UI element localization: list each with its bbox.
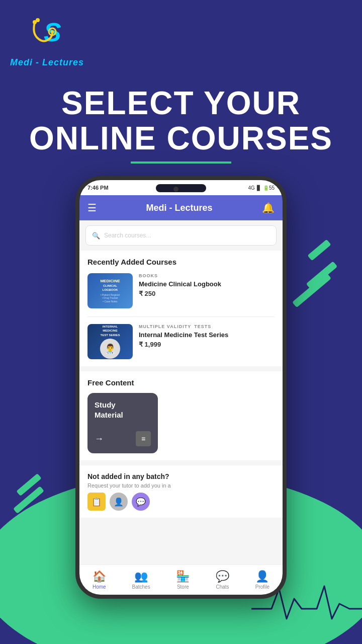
course-info-1: BOOKS Medicine Clinical Logbook ₹ 250 <box>139 273 275 297</box>
course-tag-validity: MULTIPLE VALIDITY <box>139 324 191 329</box>
phone-mockup: 7:46 PM 4G ▊ 🔋55 ☰ Medi - Lectures 🔔 🔍 S… <box>75 176 287 599</box>
free-content-title: Free Content <box>87 378 275 387</box>
batch-title: Not added in any batch? <box>87 472 275 480</box>
notch-camera <box>173 187 178 192</box>
logo-text: Medi - Lectures <box>10 57 84 68</box>
phone-content: 🔍 Search courses... Recently Added Cours… <box>79 220 283 573</box>
headline-text: SELECT YOUR ONLINE COURSES <box>0 86 362 156</box>
headline-underline <box>131 162 231 164</box>
home-label: Home <box>93 584 106 590</box>
bell-icon[interactable]: 🔔 <box>262 202 275 214</box>
batches-label: Batches <box>132 584 150 590</box>
recently-added-title: Recently Added Courses <box>87 258 275 266</box>
course-price-1: ₹ 250 <box>139 290 275 297</box>
notch <box>156 184 206 192</box>
chats-label: Chats <box>216 584 229 590</box>
bottom-nav: 🏠 Home 👥 Batches 🏪 Store 💬 Chats 👤 Profi… <box>79 565 283 595</box>
course-price-2: ₹ 1,999 <box>139 341 275 348</box>
course-info-2: MULTIPLE VALIDITY TESTS Internal Medicin… <box>139 324 275 348</box>
svg-point-5 <box>36 18 40 22</box>
nav-item-batches[interactable]: 👥 Batches <box>132 570 150 590</box>
search-icon: 🔍 <box>92 232 100 239</box>
hamburger-icon[interactable]: ☰ <box>87 202 97 214</box>
headline: SELECT YOUR ONLINE COURSES <box>0 86 362 164</box>
home-icon: 🏠 <box>93 570 106 583</box>
study-material-card[interactable]: StudyMaterial → ≡ <box>87 393 158 453</box>
study-material-bottom: → ≡ <box>95 431 151 446</box>
store-label: Store <box>177 584 189 590</box>
status-icons: 4G ▊ 🔋55 <box>248 185 275 191</box>
status-time: 7:46 PM <box>87 185 109 191</box>
svg-point-3 <box>51 30 54 33</box>
logo-area: S Medi - Lectures <box>10 10 84 68</box>
signal-icon: 4G <box>248 185 255 191</box>
batches-icon: 👥 <box>134 570 148 583</box>
search-bar[interactable]: 🔍 Search courses... <box>85 225 277 246</box>
course-tag-books: BOOKS <box>139 273 158 278</box>
store-icon: 🏪 <box>176 570 190 583</box>
batch-icon-1: 📋 <box>87 493 106 511</box>
recently-added-section: Recently Added Courses MEDICINE CLINICAL… <box>79 251 283 366</box>
status-bar: 7:46 PM 4G ▊ 🔋55 <box>79 180 283 195</box>
course-name-2: Internal Medicine Test Series <box>139 331 275 339</box>
battery-icon: 🔋55 <box>263 185 275 191</box>
batch-icon-3: 💬 <box>132 493 150 511</box>
wifi-icon: ▊ <box>257 185 261 191</box>
nav-item-home[interactable]: 🏠 Home <box>93 570 106 590</box>
batch-subtitle: Request your tutor to add you in a <box>87 482 275 489</box>
chats-icon: 💬 <box>216 570 229 583</box>
course-name-1: Medicine Clinical Logbook <box>139 280 275 288</box>
file-icon: ≡ <box>136 431 151 446</box>
app-bar-title: Medi - Lectures <box>146 203 212 213</box>
free-content-section: Free Content StudyMaterial → ≡ <box>79 371 283 460</box>
profile-label: Profile <box>255 584 269 590</box>
search-placeholder: Search courses... <box>104 232 151 239</box>
batch-icon-2: 👤 <box>110 493 128 511</box>
course-tag-tests: TESTS <box>194 324 211 329</box>
logo-icon: S <box>25 10 70 55</box>
arrow-icon[interactable]: → <box>95 434 104 444</box>
course-card-2[interactable]: INTERNALMEDICINETEST SERIES 👨‍⚕️ MULTIPL… <box>87 324 275 359</box>
deco-slash-1 <box>307 239 331 261</box>
nav-item-profile[interactable]: 👤 Profile <box>255 570 269 590</box>
course-tags-1: BOOKS <box>139 273 275 278</box>
batch-section: Not added in any batch? Request your tut… <box>79 465 283 518</box>
course-tags-2: MULTIPLE VALIDITY TESTS <box>139 324 275 329</box>
course-card-1[interactable]: MEDICINE CLINICALLOGBOOK • Patient Regis… <box>87 273 275 308</box>
nav-item-store[interactable]: 🏪 Store <box>176 570 190 590</box>
app-bar: ☰ Medi - Lectures 🔔 <box>79 195 283 220</box>
divider-1 <box>87 316 275 317</box>
profile-icon: 👤 <box>255 570 269 583</box>
course-thumb-1: MEDICINE CLINICALLOGBOOK • Patient Regis… <box>87 273 133 308</box>
course-thumb-2: INTERNALMEDICINETEST SERIES 👨‍⚕️ <box>87 324 133 359</box>
study-material-label: StudyMaterial <box>95 400 151 420</box>
nav-item-chats[interactable]: 💬 Chats <box>216 570 229 590</box>
